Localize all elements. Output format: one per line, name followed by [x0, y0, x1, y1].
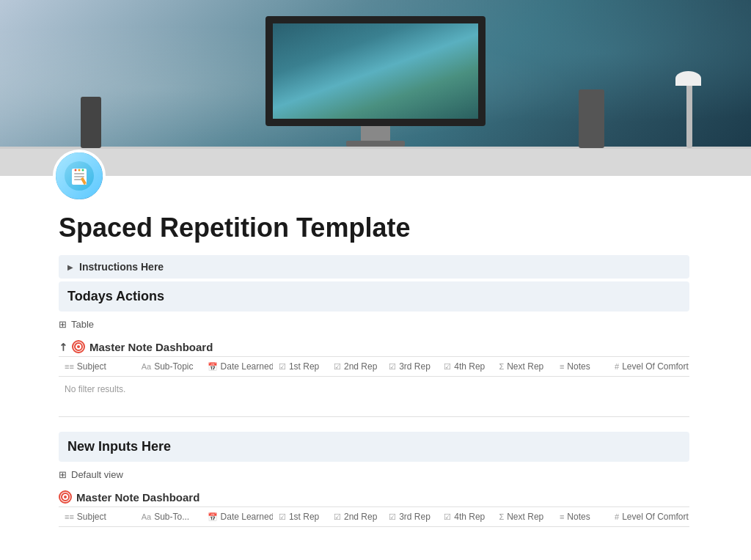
cover-section	[0, 0, 751, 176]
col-4threp-2: ☑ 4th Rep	[438, 512, 493, 522]
col-subject-2-icon: ≡≡	[65, 512, 74, 521]
col-date-2: 📅 Date Learned	[202, 512, 273, 522]
page-icon	[53, 150, 106, 202]
col-2ndrep-2: ☑ 2nd Rep	[328, 512, 383, 522]
col-subtopic-2-icon: Aa	[142, 512, 151, 521]
page-title: Spaced Repetition Template	[59, 213, 692, 243]
section2-table-header: ≡≡ Subject Aa Sub-To... 📅 Date Learned ☑…	[59, 506, 689, 527]
instructions-toggle[interactable]: ▶ Instructions Here	[59, 255, 689, 279]
col-comfort-2-icon: #	[615, 512, 619, 521]
col-subtopic-1-icon: Aa	[142, 362, 151, 371]
cover-image	[0, 0, 751, 176]
col-2ndrep-1-label: 2nd Rep	[344, 361, 377, 372]
col-subtopic-1: Aa Sub-Topic	[136, 361, 202, 372]
section1-db-name: Master Note Dashboard	[89, 341, 213, 353]
col-4threp-1-label: 4th Rep	[454, 361, 485, 372]
col-1strep-2-icon: ☑	[279, 512, 286, 522]
col-1strep-1-label: 1st Rep	[289, 361, 319, 372]
monitor-base	[346, 141, 405, 147]
col-date-2-label: Date Learned	[221, 512, 273, 522]
col-comfort-1-icon: #	[615, 362, 619, 371]
col-2ndrep-2-label: 2nd Rep	[344, 512, 377, 522]
col-subject-1: ≡≡ Subject	[59, 361, 136, 372]
svg-point-5	[75, 169, 77, 172]
col-comfort-2-label: Level Of Comfort (1-5)	[622, 512, 689, 522]
monitor	[258, 16, 493, 148]
section-divider	[59, 416, 689, 417]
col-nextrep-1-icon: Σ	[499, 362, 504, 371]
col-notes-1-label: Notes	[567, 361, 590, 372]
toggle-label: Instructions Here	[79, 261, 164, 273]
col-3rdrep-2: ☑ 3rd Rep	[383, 512, 438, 522]
page-content: Spaced Repetition Template ▶ Instruction…	[0, 213, 751, 527]
col-date-1: 📅 Date Learned	[202, 361, 273, 372]
svg-point-6	[78, 169, 81, 172]
page-icon-inner	[56, 152, 103, 199]
col-nextrep-2-label: Next Rep	[507, 512, 543, 522]
speaker-left	[81, 97, 101, 148]
col-nextrep-1-label: Next Rep	[507, 361, 543, 372]
col-notes-1-icon: ≡	[560, 362, 564, 371]
col-1strep-2: ☑ 1st Rep	[273, 512, 328, 522]
svg-rect-3	[74, 176, 84, 177]
desk	[0, 147, 751, 176]
section2-db-header[interactable]: Master Note Dashboard	[59, 485, 689, 506]
col-3rdrep-2-icon: ☑	[389, 512, 396, 522]
col-1strep-2-label: 1st Rep	[289, 512, 319, 522]
target-icon-2	[59, 490, 72, 504]
col-subject-2-label: Subject	[77, 512, 106, 522]
svg-point-7	[82, 169, 84, 172]
col-notes-2-icon: ≡	[560, 512, 564, 521]
col-4threp-2-icon: ☑	[444, 512, 451, 522]
svg-point-15	[64, 495, 67, 498]
notepad-icon-svg	[65, 161, 94, 191]
col-4threp-2-label: 4th Rep	[454, 512, 485, 522]
col-1strep-1-icon: ☑	[279, 362, 286, 372]
section1-view-text: Table	[71, 319, 94, 330]
section1-db-header[interactable]: ↗ Master Note Dashboard	[59, 334, 689, 356]
section1-title-bg: Todays Actions	[59, 281, 689, 312]
svg-point-12	[77, 345, 80, 348]
col-3rdrep-2-label: 3rd Rep	[399, 512, 431, 522]
section1-table-header: ≡≡ Subject Aa Sub-Topic 📅 Date Learned ☑…	[59, 356, 689, 377]
col-1strep-1: ☑ 1st Rep	[273, 361, 328, 372]
col-date-1-icon: 📅	[208, 362, 218, 372]
col-subtopic-2-label: Sub-To...	[154, 512, 189, 522]
svg-rect-4	[74, 179, 81, 180]
col-comfort-1: # Level Of Comfort (1-5)	[609, 361, 689, 372]
col-3rdrep-1-icon: ☑	[389, 362, 396, 372]
section2-view-label[interactable]: ⊞ Default view	[59, 465, 689, 485]
col-2ndrep-2-icon: ☑	[334, 512, 341, 522]
col-3rdrep-1-label: 3rd Rep	[399, 361, 431, 372]
section-todays-actions: Todays Actions ⊞ Table ↗ Master Note Das…	[59, 281, 689, 402]
col-nextrep-2: Σ Next Rep	[493, 512, 554, 522]
col-3rdrep-1: ☑ 3rd Rep	[383, 361, 438, 372]
section1-empty-message: No filter results.	[59, 377, 689, 402]
col-subtopic-1-label: Sub-Topic	[154, 361, 193, 372]
section2-title: New Inputs Here	[67, 438, 681, 456]
section1-title: Todays Actions	[67, 287, 681, 306]
col-2ndrep-1-icon: ☑	[334, 362, 341, 372]
cover-scene	[0, 59, 751, 176]
svg-rect-2	[74, 173, 84, 174]
col-notes-1: ≡ Notes	[554, 361, 609, 372]
col-nextrep-2-icon: Σ	[499, 512, 504, 521]
col-subject-2: ≡≡ Subject	[59, 512, 136, 522]
section-new-inputs: New Inputs Here ⊞ Default view Master No…	[59, 432, 689, 527]
col-date-2-icon: 📅	[208, 512, 218, 522]
toggle-arrow-icon: ▶	[67, 263, 73, 271]
section2-db-name: Master Note Dashboard	[76, 491, 199, 504]
col-comfort-1-label: Level Of Comfort (1-5)	[622, 361, 689, 372]
desk-lamp	[686, 82, 692, 148]
col-2ndrep-1: ☑ 2nd Rep	[328, 361, 383, 372]
col-subject-1-icon: ≡≡	[65, 362, 74, 371]
col-4threp-1: ☑ 4th Rep	[438, 361, 493, 372]
col-nextrep-1: Σ Next Rep	[493, 361, 554, 372]
section2-view-text: Default view	[71, 469, 123, 480]
target-icon	[72, 340, 85, 353]
monitor-screen	[265, 16, 486, 126]
speaker-right	[579, 89, 604, 148]
col-4threp-1-icon: ☑	[444, 362, 451, 372]
section1-view-label[interactable]: ⊞ Table	[59, 314, 689, 334]
col-notes-2: ≡ Notes	[554, 512, 609, 522]
